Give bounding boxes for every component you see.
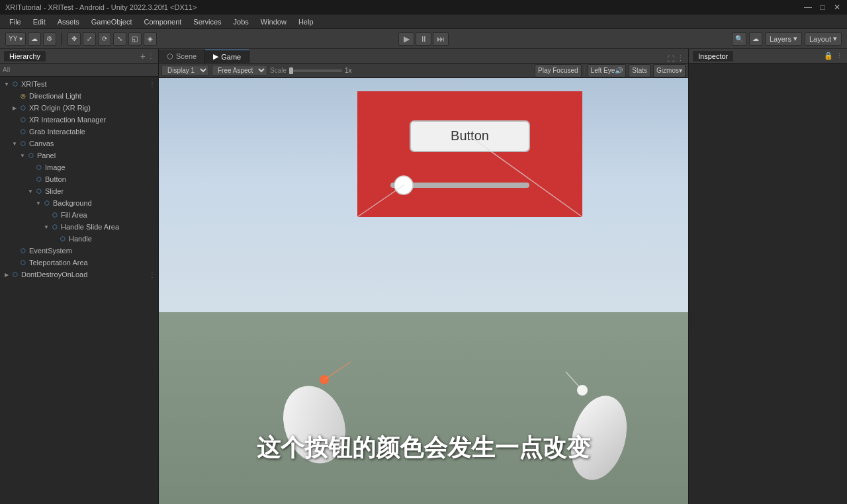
hierarchy-item-slider[interactable]: ▼ ⬡ Slider (0, 185, 158, 197)
yy-dropdown[interactable]: YY ▾ (5, 32, 26, 46)
cloud-right-icon: ☁ (752, 35, 759, 42)
close-button[interactable]: ✕ (832, 3, 842, 12)
hierarchy-item-fillarea[interactable]: ▶ ⬡ Fill Area (0, 209, 158, 221)
hierarchy-item-dirlight[interactable]: ▶ ◎ Directional Light (0, 90, 158, 102)
gameobject-icon: ⬡ (11, 79, 20, 89)
speaker-icon: 🔊 (615, 67, 623, 74)
transform-tool[interactable]: ◈ (144, 32, 157, 46)
hierarchy-item-label: Panel (37, 151, 56, 159)
maximize-button[interactable]: □ (818, 3, 827, 12)
inspector-lock-icon[interactable]: 🔒 (824, 52, 833, 60)
expand-arrow-icon: ▼ (11, 140, 19, 147)
hierarchy-header: Hierarchy + ⋮ (0, 49, 158, 63)
move-tool[interactable]: ⤢ (83, 32, 96, 46)
hand-tool[interactable]: ✥ (67, 32, 81, 46)
leaf-arrow-icon: ▶ (11, 247, 19, 255)
leaf-arrow-icon: ▶ (11, 104, 19, 112)
title-bar-text: XRITutorial - XRITest - Android - Unity … (5, 3, 197, 11)
view-options-icon[interactable]: ⋮ (677, 54, 684, 63)
hierarchy-item-label: Directional Light (29, 92, 81, 100)
step-button[interactable]: ⏭ (433, 32, 449, 46)
play-focused-btn[interactable]: Play Focused (535, 64, 582, 77)
settings-icon-btn[interactable]: ⚙ (43, 32, 56, 46)
game-display-select[interactable]: Display 1 (161, 65, 209, 76)
leaf-arrow-icon: ▶ (11, 128, 19, 136)
menu-window[interactable]: Window (255, 17, 292, 27)
inspector-content (689, 63, 847, 504)
right-controller (562, 365, 635, 484)
red-board-svg: Button (337, 85, 589, 227)
svg-line-9 (324, 362, 351, 380)
view-maximize-icon[interactable]: ⛶ (667, 55, 674, 63)
item-options-icon[interactable]: ⋮ (149, 271, 158, 278)
panel-icon: ⬡ (26, 151, 36, 160)
layers-arrow-icon: ▾ (793, 34, 797, 43)
game-scale-value: 1x (345, 67, 352, 74)
hierarchy-item-canvas[interactable]: ▼ ⬡ Canvas (0, 138, 158, 149)
hierarchy-item-label: Handle Slide Area (61, 223, 119, 231)
inspector-options-icon[interactable]: ⋮ (836, 52, 843, 60)
hierarchy-item-handle[interactable]: ▶ ⬡ Handle (0, 233, 158, 245)
item-options-icon[interactable]: ⋮ (149, 81, 158, 88)
menu-services[interactable]: Services (188, 17, 226, 27)
play-button[interactable]: ▶ (398, 32, 414, 46)
minimize-button[interactable]: — (803, 3, 813, 12)
cloud-icon-btn[interactable]: ☁ (28, 32, 41, 46)
main-layout: Hierarchy + ⋮ All ▼ ⬡ XRITest ⋮ ▶ ◎ Dire… (0, 49, 847, 504)
hierarchy-item-label: Grab Interactable (29, 128, 85, 136)
hierarchy-item-grab[interactable]: ▶ ⬡ Grab Interactable (0, 126, 158, 138)
hierarchy-item-eventsystem[interactable]: ▶ ⬡ EventSystem (0, 245, 158, 257)
hierarchy-item-label: Button (45, 175, 66, 183)
scene-tab[interactable]: ⬡ Scene (159, 50, 205, 63)
hierarchy-item-label: Teleportation Area (29, 259, 88, 267)
eventsystem-icon: ⬡ (19, 246, 28, 255)
svg-line-12 (566, 372, 582, 390)
slider-icon: ⬡ (34, 187, 44, 196)
hierarchy-item-dontdestroy[interactable]: ▶ ⬡ DontDestroyOnLoad ⋮ (0, 269, 158, 280)
hierarchy-toolbar: All (0, 63, 158, 77)
hierarchy-item-handleslide[interactable]: ▼ ⬡ Handle Slide Area (0, 221, 158, 233)
cloud-button-right[interactable]: ☁ (749, 32, 762, 46)
stats-btn[interactable]: Stats (629, 64, 650, 77)
menu-jobs[interactable]: Jobs (228, 17, 254, 27)
canvas-icon: ⬡ (19, 139, 28, 148)
game-tab[interactable]: ▶ Game (205, 50, 249, 63)
layout-dropdown[interactable]: Layout ▾ (805, 32, 842, 46)
rotate-tool[interactable]: ⟳ (98, 32, 111, 46)
hierarchy-item-button[interactable]: ▶ ⬡ Button (0, 173, 158, 185)
hierarchy-item-panel[interactable]: ▼ ⬡ Panel (0, 149, 158, 161)
menu-help[interactable]: Help (293, 17, 319, 27)
rect-tool[interactable]: ◱ (128, 32, 142, 46)
hierarchy-item-xritest[interactable]: ▼ ⬡ XRITest ⋮ (0, 78, 158, 90)
search-button[interactable]: 🔍 (732, 32, 746, 46)
menu-assets[interactable]: Assets (52, 17, 85, 27)
menu-gameobject[interactable]: GameObject (86, 17, 138, 27)
inspector-tab[interactable]: Inspector (693, 51, 733, 62)
leaf-arrow-icon: ▶ (3, 271, 11, 278)
menu-file[interactable]: File (4, 17, 26, 27)
expand-arrow-icon: ▼ (26, 187, 34, 195)
gizmos-btn[interactable]: Gizmos ▾ (653, 64, 686, 77)
layers-dropdown[interactable]: Layers ▾ (765, 32, 802, 46)
hierarchy-filter-label: All (3, 66, 10, 73)
button-icon: ⬡ (34, 175, 44, 184)
scale-tool[interactable]: ⤡ (113, 32, 126, 46)
left-eye-btn[interactable]: Left Eye 🔊 (588, 64, 627, 77)
pause-button[interactable]: ⏸ (416, 32, 431, 46)
hierarchy-item-xrorigin[interactable]: ▶ ⬡ XR Origin (XR Rig) (0, 102, 158, 114)
play-controls: ▶ ⏸ ⏭ (398, 32, 449, 46)
menu-edit[interactable]: Edit (28, 17, 51, 27)
leaf-arrow-icon: ▶ (11, 116, 19, 124)
fillarea-icon: ⬡ (50, 210, 60, 220)
transform-tools-group: ✥ ⤢ ⟳ ⤡ ◱ ◈ (67, 32, 157, 46)
game-aspect-select[interactable]: Free Aspect (212, 65, 267, 76)
hierarchy-item-background[interactable]: ▼ ⬡ Background (0, 197, 158, 209)
cloud-icon: ☁ (31, 35, 38, 42)
hierarchy-tab[interactable]: Hierarchy (4, 51, 46, 62)
red-board-container: Button (337, 85, 589, 227)
leaf-arrow-icon: ▶ (26, 175, 34, 183)
menu-component[interactable]: Component (138, 17, 187, 27)
hierarchy-item-image[interactable]: ▶ ⬡ Image (0, 161, 158, 173)
hierarchy-item-xrim[interactable]: ▶ ⬡ XR Interaction Manager (0, 114, 158, 126)
hierarchy-item-teleport[interactable]: ▶ ⬡ Teleportation Area (0, 257, 158, 269)
